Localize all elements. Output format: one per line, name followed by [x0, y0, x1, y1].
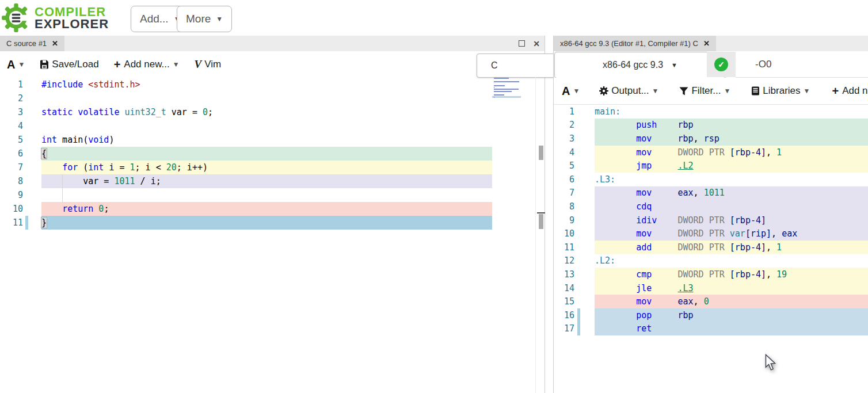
chevron-down-icon: ▼ — [652, 87, 659, 95]
font-size-button[interactable]: A ▼ — [7, 58, 25, 71]
code-line[interactable]: 8 var = 1011 / i; — [0, 174, 545, 188]
asm-line[interactable]: 16 pop rbp — [554, 308, 868, 322]
minimap-line — [494, 94, 504, 96]
asm-line[interactable]: 10 mov DWORD PTR var[rip], eax — [554, 227, 868, 241]
close-icon[interactable]: ✕ — [52, 39, 58, 48]
line-highlight — [41, 216, 492, 230]
more-menu-button[interactable]: More ▼ — [177, 6, 232, 32]
font-icon: A — [562, 85, 570, 98]
filter-button[interactable]: Filter... ▼ — [679, 85, 730, 97]
line-number: 6 — [0, 147, 23, 161]
chevron-down-icon: ▼ — [724, 87, 730, 95]
status-ok-icon: ✓ — [714, 58, 728, 71]
close-icon[interactable]: ✕ — [703, 39, 710, 48]
vim-icon: V — [195, 58, 202, 71]
scrollbar-thumb[interactable] — [539, 146, 543, 160]
book-icon — [751, 86, 760, 96]
gear-logo-icon — [1, 3, 31, 33]
line-number: 16 — [554, 308, 574, 322]
close-icon[interactable]: ✕ — [533, 39, 540, 48]
asm-line[interactable]: 5 jmp .L2 — [554, 159, 868, 173]
vim-toggle-button[interactable]: V Vim — [195, 58, 222, 71]
line-number: 2 — [554, 119, 574, 132]
code-line[interactable]: 1#include <stdint.h> — [0, 78, 545, 91]
line-number: 5 — [0, 133, 23, 147]
minimap[interactable] — [492, 77, 521, 100]
compiler-pane: x86-64 gcc 9.3 (Editor #1, Compiler #1) … — [553, 36, 868, 393]
asm-line[interactable]: 13 cmp DWORD PTR [rbp-4], 19 — [554, 268, 868, 281]
compile-status: ✓ — [707, 52, 736, 77]
output-button[interactable]: Output... ▼ — [599, 85, 658, 97]
gear-icon — [599, 86, 608, 96]
code-line-text: jle .L3 — [595, 281, 694, 295]
source-editor[interactable]: 1#include <stdint.h>23static volatile ui… — [0, 78, 545, 393]
line-number: 9 — [0, 188, 23, 202]
scrollbar-divider — [537, 212, 545, 213]
asm-line[interactable]: 6.L3: — [554, 173, 868, 186]
line-highlight — [41, 147, 492, 161]
asm-line[interactable]: 14 jle .L3 — [554, 281, 868, 295]
code-line[interactable]: 11} — [0, 216, 545, 230]
font-size-button[interactable]: A ▼ — [562, 85, 580, 98]
code-line[interactable]: 9 — [0, 188, 545, 202]
code-line-text: } — [41, 216, 47, 230]
more-menu-label: More — [186, 13, 211, 25]
compiler-select[interactable]: x86-64 gcc 9.3 ▼ — [554, 52, 726, 78]
code-line-text: .L2: — [595, 254, 615, 268]
code-line-text: int main(void) — [41, 133, 114, 147]
add-new-button[interactable]: + Add new... ▼ — [114, 58, 180, 71]
asm-line[interactable]: 1main: — [554, 105, 868, 119]
line-number: 2 — [0, 91, 23, 105]
scrollbar-thumb[interactable] — [539, 214, 543, 229]
line-number: 11 — [554, 241, 574, 254]
source-pane: C source #1 ✕ ✕ A ▼ Save/ — [0, 36, 545, 393]
code-line-text: mov DWORD PTR var[rip], eax — [595, 227, 797, 241]
tab-label: x86-64 gcc 9.3 (Editor #1, Compiler #1) … — [560, 39, 698, 48]
line-number: 4 — [554, 146, 574, 159]
asm-line[interactable]: 17 ret — [554, 322, 868, 336]
asm-line[interactable]: 8 cdq — [554, 200, 868, 213]
asm-line[interactable]: 4 mov DWORD PTR [rbp-4], 1 — [554, 146, 868, 159]
minimap-line — [494, 87, 494, 88]
code-line-text: mov rbp, rsp — [595, 132, 719, 146]
source-tabbar: C source #1 ✕ ✕ — [0, 36, 545, 51]
asm-line[interactable]: 9 idiv DWORD PTR [rbp-4] — [554, 213, 868, 227]
plus-icon: + — [832, 85, 839, 98]
code-line[interactable]: 4 — [0, 119, 545, 133]
funnel-icon — [679, 87, 688, 96]
asm-line[interactable]: 11 add DWORD PTR [rbp-4], 1 — [554, 241, 868, 254]
asm-line[interactable]: 7 mov eax, 1011 — [554, 186, 868, 200]
code-line[interactable]: 10 return 0; — [0, 202, 545, 216]
asm-line[interactable]: 3 mov rbp, rsp — [554, 132, 868, 146]
maximize-icon[interactable] — [519, 40, 525, 47]
editor-edge — [535, 77, 536, 393]
libraries-button[interactable]: Libraries ▼ — [751, 85, 810, 97]
asm-line[interactable]: 12.L2: — [554, 254, 868, 268]
chevron-down-icon: ▼ — [671, 62, 677, 68]
asm-editor[interactable]: 1main:2 push rbp3 mov rbp, rsp4 mov DWOR… — [554, 105, 868, 393]
code-line[interactable]: 7 for (int i = 1; i < 20; i++) — [0, 161, 545, 174]
code-line[interactable]: 2 — [0, 91, 545, 105]
vim-label: Vim — [204, 59, 221, 70]
code-line-text: jmp .L2 — [595, 159, 694, 173]
asm-line[interactable]: 15 mov eax, 0 — [554, 295, 868, 308]
compiler-options-input[interactable]: -O0 — [736, 52, 868, 78]
tab-c-source[interactable]: C source #1 ✕ — [0, 36, 64, 51]
save-load-button[interactable]: Save/Load — [40, 59, 98, 70]
plus-icon: + — [114, 58, 121, 71]
add-menu-label: Add... — [140, 13, 169, 25]
tab-compiler-output[interactable]: x86-64 gcc 9.3 (Editor #1, Compiler #1) … — [554, 36, 716, 51]
code-line[interactable]: 3static volatile uint32_t var = 0; — [0, 105, 545, 119]
line-number: 10 — [0, 202, 23, 216]
mouse-cursor — [764, 354, 777, 371]
line-number: 9 — [554, 213, 574, 227]
code-line-text: push rbp — [595, 119, 694, 132]
code-line[interactable]: 6{ — [0, 147, 545, 161]
add-new-button[interactable]: + Add new... ▼ — [832, 85, 868, 98]
minimap-line — [494, 78, 509, 79]
asm-line[interactable]: 2 push rbp — [554, 119, 868, 132]
compiler-options-value: -O0 — [755, 59, 771, 70]
code-line-text: cmp DWORD PTR [rbp-4], 19 — [595, 268, 787, 281]
code-line[interactable]: 5int main(void) — [0, 133, 545, 147]
code-line-text: static volatile uint32_t var = 0; — [41, 105, 213, 119]
